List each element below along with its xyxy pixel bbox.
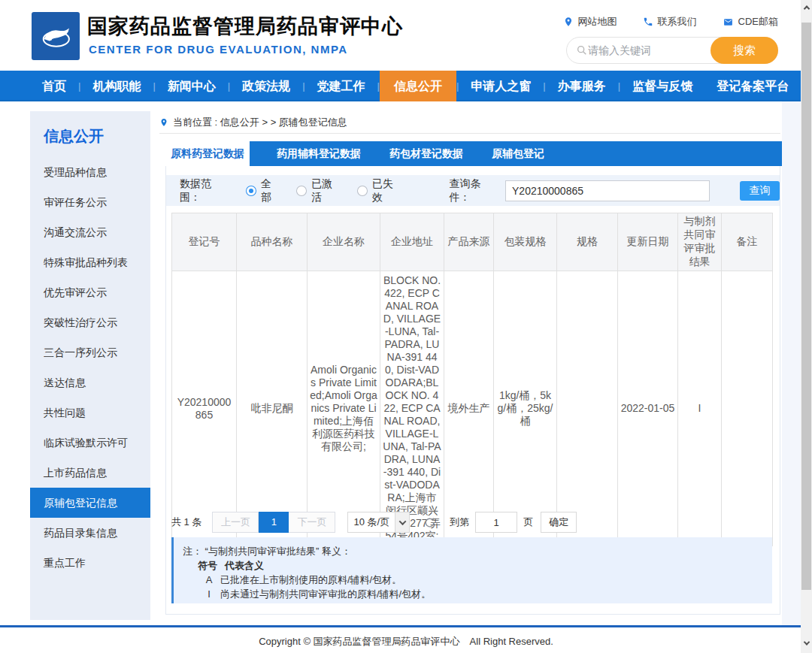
cell-product-source: 境外生产 xyxy=(444,271,494,546)
sitemap-link[interactable]: 网站地图 xyxy=(563,15,617,29)
col-variety-name: 品种名称 xyxy=(237,213,308,271)
select-arrow-box xyxy=(395,512,409,532)
page-number-1[interactable]: 1 xyxy=(259,512,289,533)
sidebar-item-accepted-varieties[interactable]: 受理品种信息 xyxy=(30,157,150,187)
note-col-meaning: 代表含义 xyxy=(225,558,264,573)
sidebar: 信息公开 受理品种信息 审评任务公示 沟通交流公示 特殊审批品种列表 优先审评公… xyxy=(30,111,150,620)
radio-all-label: 全部 xyxy=(261,177,281,204)
tab-excipient-data[interactable]: 药用辅料登记数据 xyxy=(268,141,370,166)
radio-all-dot xyxy=(246,186,256,196)
search-icon xyxy=(576,44,588,56)
sidebar-list: 受理品种信息 审评任务公示 沟通交流公示 特殊审批品种列表 优先审评公示 突破性… xyxy=(30,157,150,578)
contact-link[interactable]: 联系我们 xyxy=(643,15,697,29)
radio-activated-dot xyxy=(296,186,307,196)
note-symbol-a: A xyxy=(198,573,220,587)
radio-activated[interactable]: 已激活 xyxy=(296,177,342,204)
radio-expired[interactable]: 已失效 xyxy=(357,177,403,204)
nav-item-applicant-window[interactable]: 申请人之窗 xyxy=(459,71,543,101)
sidebar-item-special-approval[interactable]: 特殊审批品种列表 xyxy=(30,247,150,277)
nav-item-party[interactable]: 党建工作 xyxy=(305,71,377,101)
cell-remarks xyxy=(722,271,773,546)
nav-item-services[interactable]: 办事服务 xyxy=(546,71,618,101)
site-subtitle: CENTER FOR DRUG EVALUATION, NMPA xyxy=(89,43,348,56)
cell-packaging-spec: 1kg/桶，5kg/桶，25kg/桶 xyxy=(494,271,557,546)
sidebar-item-clinical-trial-permit[interactable]: 临床试验默示许可 xyxy=(30,428,150,458)
contact-label: 联系我们 xyxy=(658,15,697,29)
nav-item-info-disclosure[interactable]: 信息公开 xyxy=(380,71,456,101)
nav-item-functions[interactable]: 机构职能 xyxy=(80,71,153,101)
search-button[interactable]: 搜索 xyxy=(710,37,778,64)
cell-spec xyxy=(557,271,618,546)
col-remarks: 备注 xyxy=(722,213,773,271)
swan-logo-icon xyxy=(36,17,75,56)
note-meaning-a: 已批准在上市制剂使用的原料/辅料/包材。 xyxy=(220,573,401,587)
footer-copyright: Copyright © 国家药品监督管理局药品审评中心 All Right Re… xyxy=(0,635,812,648)
sidebar-item-common-issues[interactable]: 共性问题 xyxy=(30,398,150,428)
page-size-select[interactable]: 10 条/页 xyxy=(347,512,410,533)
sidebar-item-marketed-drugs[interactable]: 上市药品信息 xyxy=(30,458,150,488)
radio-all[interactable]: 全部 xyxy=(246,177,281,204)
scrollbar-down-arrow[interactable] xyxy=(801,633,812,653)
content-card: 原料药登记数据 药用辅料登记数据 药包材登记数据 原辅包登记 数据范围： 全部 … xyxy=(165,141,780,615)
cell-variety-name: 吡非尼酮 xyxy=(237,271,308,546)
col-update-date: 更新日期 xyxy=(618,213,678,271)
prev-page-button[interactable]: 上一页 xyxy=(212,512,259,533)
nav-item-policy[interactable]: 政策法规 xyxy=(230,71,302,101)
nav-item-supervision[interactable]: 监督与反馈 xyxy=(620,71,704,101)
query-button[interactable]: 查询 xyxy=(740,181,780,201)
refresh-icon xyxy=(423,516,436,529)
sidebar-item-priority-review[interactable]: 优先审评公示 xyxy=(30,277,150,307)
cell-update-date: 2022-01-05 xyxy=(618,271,678,546)
tab-raw-material-data[interactable]: 原料药登记数据 xyxy=(165,141,250,166)
note-table-header: 符号 代表含义 xyxy=(183,558,763,573)
tab-raw-excipient-packaging[interactable]: 原辅包登记 xyxy=(483,141,553,166)
note-title: 注： “与制剂共同审评审批结果” 释义： xyxy=(183,544,763,558)
sitemap-label: 网站地图 xyxy=(578,15,617,29)
sidebar-item-raw-excipient-packaging[interactable]: 原辅包登记信息 xyxy=(30,488,150,518)
sidebar-title: 信息公开 xyxy=(30,111,150,147)
query-input[interactable] xyxy=(505,180,710,201)
radio-expired-dot xyxy=(357,186,368,196)
breadcrumb-text: 当前位置 : 信息公开 > > 原辅包登记信息 xyxy=(173,116,347,129)
nav-item-registration-platform[interactable]: 登记备案平台 xyxy=(704,71,801,101)
radio-expired-label: 已失效 xyxy=(372,177,403,204)
breadcrumb-divider xyxy=(159,133,780,134)
breadcrumb: 当前位置 : 信息公开 > > 原辅包登记信息 xyxy=(159,116,347,129)
cde-mail-link[interactable]: CDE邮箱 xyxy=(723,15,778,29)
next-page-button[interactable]: 下一页 xyxy=(289,512,335,533)
sidebar-item-key-work[interactable]: 重点工作 xyxy=(30,548,150,578)
site-header: 国家药品监督管理局药品审评中心 CENTER FOR DRUG EVALUATI… xyxy=(0,0,812,71)
sidebar-item-delivery-info[interactable]: 送达信息 xyxy=(30,367,150,398)
scrollbar-up-arrow[interactable] xyxy=(801,0,812,20)
cell-company-name: Amoli Organics Private Limited;Amoli Org… xyxy=(308,271,380,546)
footer-divider xyxy=(0,625,812,627)
goto-confirm-button[interactable]: 确定 xyxy=(541,512,577,533)
total-count: 共 1 条 xyxy=(171,515,201,529)
phone-icon xyxy=(643,17,653,27)
col-product-source: 产品来源 xyxy=(444,213,494,271)
nav-item-news[interactable]: 新闻中心 xyxy=(156,71,228,101)
sidebar-item-three-in-one[interactable]: 三合一序列公示 xyxy=(30,337,150,367)
nav-item-home[interactable]: 首页 xyxy=(30,71,78,101)
chevron-up-icon xyxy=(803,5,809,11)
col-joint-review-result: 与制剂共同审评审批结果 xyxy=(678,213,722,271)
col-spec: 规格 xyxy=(557,213,618,271)
cde-logo xyxy=(32,12,80,60)
scrollbar-thumb[interactable] xyxy=(801,23,811,590)
tab-packaging-material-data[interactable]: 药包材登记数据 xyxy=(380,141,472,166)
page-buttons: 上一页 1 下一页 xyxy=(212,512,335,533)
header-quick-links: 网站地图 联系我们 CDE邮箱 xyxy=(563,15,778,29)
goto-page-input[interactable] xyxy=(475,512,517,533)
map-pin-icon xyxy=(563,17,574,27)
query-label: 查询条件： xyxy=(450,177,501,204)
site-title: 国家药品监督管理局药品审评中心 xyxy=(87,13,403,40)
registration-table: 登记号 品种名称 企业名称 企业地址 产品来源 包装规格 规格 更新日期 与制剂… xyxy=(171,213,773,546)
col-registration-no: 登记号 xyxy=(172,213,237,271)
refresh-button[interactable] xyxy=(423,516,436,529)
sidebar-item-communication[interactable]: 沟通交流公示 xyxy=(30,217,150,247)
mail-icon xyxy=(723,17,734,27)
sidebar-item-drug-catalog[interactable]: 药品目录集信息 xyxy=(30,518,150,548)
sidebar-item-breakthrough-therapy[interactable]: 突破性治疗公示 xyxy=(30,307,150,337)
sidebar-item-review-tasks[interactable]: 审评任务公示 xyxy=(30,187,150,217)
radio-activated-label: 已激活 xyxy=(311,177,342,204)
